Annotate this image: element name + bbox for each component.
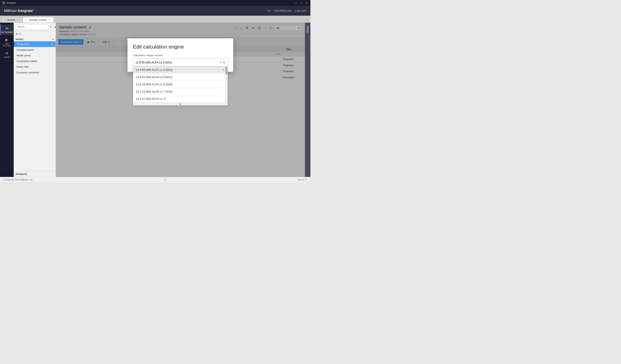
modal-field-label: Calculation engine version (133, 54, 228, 57)
model-section-label: MODEL (16, 38, 24, 40)
promote-section: PROMOTE (14, 171, 56, 177)
icon-sidebar: ✏ AUTHORING ▶ JOB HISTORY ⚙ ADMIN (0, 23, 14, 177)
maximize-button[interactable]: □ (300, 1, 303, 4)
dropdown-scrollbar[interactable] (225, 66, 227, 102)
modal-body: Edit calculation engine Calculation engi… (127, 38, 233, 72)
sidebar-item-assumption-tables[interactable]: Assumption tables (14, 58, 56, 64)
job-history-label: JOB HISTORY (1, 43, 13, 47)
model-section-chevron[interactable]: ∧ (52, 38, 54, 40)
dropdown-item-v3[interactable]: 12.6.18 (MG-ALFA 11.8.2002) (133, 81, 227, 88)
dropdown-item-v2[interactable]: 12.8.53 (MG-ALFA 11.8.2011) (133, 74, 227, 81)
dropdown-scroll-area[interactable]: 12.8.55 (MG-ALFA 11.9.2001) ✓ 12.8.53 (M… (133, 66, 227, 102)
sidebar-item-admin[interactable]: ⚙ ADMIN (0, 50, 14, 60)
dropdown-scroll-down[interactable]: ∨ (133, 102, 227, 105)
minimize-button[interactable]: — (294, 1, 298, 4)
window-controls: — □ ✕ (294, 1, 309, 4)
economic-scenarios-label: Economic scenarios (17, 71, 39, 74)
modal-overlay[interactable]: Edit calculation engine Calculation engi… (56, 23, 305, 177)
tab-models-close[interactable]: ✕ (17, 18, 19, 21)
details-sidebar[interactable]: Details (305, 23, 310, 177)
main-layout: ✏ AUTHORING ▶ JOB HISTORY ⚙ ADMIN ▾ ◀ ⊞ … (0, 23, 310, 177)
dropdown-item-v4[interactable]: 12.3.15 (MG-ALFA 11.7.2015) (133, 88, 227, 95)
sidebar-item-authoring[interactable]: ✏ AUTHORING (0, 25, 14, 35)
authoring-label: AUTHORING (1, 31, 13, 33)
tab-models[interactable]: □ Models ✕ (1, 17, 22, 22)
footer: © Copyright 2022 Milliman, Inc. ☺ 2022.3… (0, 177, 310, 182)
search-input[interactable] (15, 24, 48, 29)
projections-chevron: ∨ (51, 43, 53, 45)
app-title: Integrate (7, 1, 292, 4)
sidebar-item-factor-files[interactable]: Factor files (14, 64, 56, 70)
logout-button[interactable]: LOG OUT (295, 9, 307, 12)
assumption-tables-label: Assumption tables (17, 60, 37, 63)
engine-version-display[interactable]: 12.8.55 (MG-ALFA 11.9.2001) × ∧ (133, 58, 228, 66)
logo: Milliman Integrate® (4, 9, 34, 13)
tab-more-button[interactable]: ⋮ (306, 18, 309, 22)
scrollbar-thumb (225, 67, 227, 75)
tab-bar: □ Models ✕ ✏ Sample content ✕ ⋮ (0, 16, 310, 23)
tab-models-label: Models (7, 18, 15, 21)
nav-right: ? ▾ TOM PEPLOW LOG OUT (266, 9, 307, 12)
projections-label: Projections (17, 43, 30, 46)
sidebar-item-model-points[interactable]: Model points (14, 53, 56, 58)
dropdown-item-v1[interactable]: 12.8.55 (MG-ALFA 11.9.2001) ✓ (133, 66, 227, 74)
engine-version-dropdown: 12.8.55 (MG-ALFA 11.9.2001) ✓ 12.8.53 (M… (133, 66, 228, 105)
edit-calculation-engine-modal: Edit calculation engine Calculation engi… (127, 38, 233, 72)
top-nav: Milliman Integrate® ? ▾ TOM PEPLOW LOG O… (0, 6, 310, 16)
clear-selection-icon[interactable]: × (220, 61, 221, 64)
content-sidebar: ▾ ◀ ⊞ ⊟ MODEL ∧ Projections ∨ Actuarial … (14, 23, 56, 177)
tab-sample-content-close[interactable]: ✕ (48, 18, 51, 21)
help-button[interactable]: ? ▾ (266, 9, 270, 12)
admin-icon: ⚙ (5, 51, 8, 55)
sidebar-item-job-history[interactable]: ▶ JOB HISTORY (0, 36, 14, 49)
model-section-header: MODEL ∧ (14, 36, 56, 41)
app-icon (2, 1, 5, 4)
scroll-down-icon: ∨ (179, 102, 181, 105)
expand-all-icon[interactable]: ⊞ (16, 32, 18, 35)
dropdown-item-v5[interactable]: 12.2.27 (MG-ALFA 11.7) (133, 95, 227, 102)
tab-sample-content[interactable]: ✏ Sample content ✕ (23, 17, 53, 22)
selected-version: 12.8.55 (MG-ALFA 11.9.2001) (136, 61, 220, 64)
actuarial-inputs-label: Actuarial inputs (17, 48, 34, 51)
details-label[interactable]: Details (306, 24, 310, 35)
app-version: 2022.3.11 (298, 179, 307, 181)
factor-files-label: Factor files (17, 65, 29, 68)
footer-icon: ☺ (164, 178, 167, 182)
sidebar-item-actuarial-inputs[interactable]: Actuarial inputs (14, 47, 56, 53)
tab-sample-content-icon: ✏ (26, 18, 28, 21)
model-points-label: Model points (17, 54, 31, 57)
job-history-icon: ▶ (5, 38, 8, 42)
copyright: © Copyright 2022 Milliman, Inc. (3, 179, 33, 181)
modal-title: Edit calculation engine (133, 44, 228, 50)
expand-collapse-row: ⊞ ⊟ (14, 31, 56, 36)
collapse-all-icon[interactable]: ⊟ (19, 32, 21, 35)
user-menu[interactable]: TOM PEPLOW (274, 9, 291, 12)
close-button[interactable]: ✕ (305, 1, 309, 4)
search-filter-button[interactable]: ▾ (49, 24, 52, 29)
sidebar-item-economic-scenarios[interactable]: Economic scenarios (14, 70, 56, 75)
tab-models-icon: □ (4, 18, 6, 21)
main-content: Sample content 🔗 Database: DEMO.USA.adb2… (56, 23, 305, 177)
title-bar: Integrate — □ ✕ (0, 0, 310, 6)
authoring-icon: ✏ (6, 26, 9, 31)
tab-sample-content-label: Sample content (29, 18, 46, 21)
sidebar-item-projections[interactable]: Projections ∨ (14, 41, 56, 47)
toggle-dropdown-icon[interactable]: ∧ (223, 61, 225, 64)
engine-version-select: 12.8.55 (MG-ALFA 11.9.2001) × ∧ 12.8.55 … (133, 58, 228, 66)
search-bar: ▾ ◀ (14, 23, 56, 31)
check-icon: ✓ (223, 68, 225, 71)
admin-label: ADMIN (4, 56, 10, 58)
